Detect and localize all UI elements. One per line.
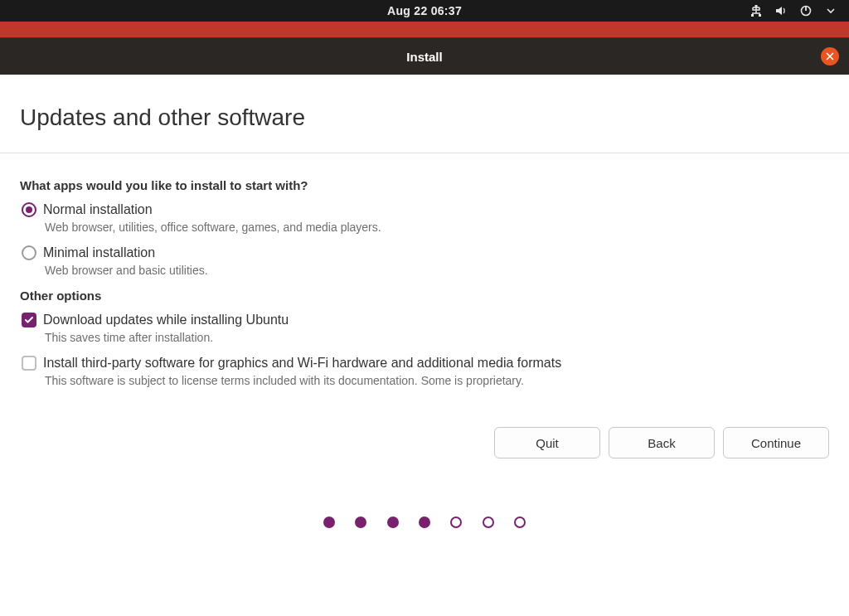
svg-rect-1: [759, 14, 761, 17]
svg-rect-0: [751, 14, 754, 17]
progress-dot: [387, 517, 399, 528]
progress-dot: [419, 517, 430, 528]
quit-button[interactable]: Quit: [494, 427, 600, 458]
close-button[interactable]: [821, 47, 839, 65]
accent-band: [0, 22, 849, 38]
volume-icon[interactable]: [774, 4, 788, 17]
chevron-down-icon[interactable]: [824, 4, 837, 17]
progress-dot: [483, 517, 494, 528]
progress-dot: [514, 517, 526, 528]
back-button[interactable]: Back: [609, 427, 715, 458]
checkbox-download-updates[interactable]: Download updates while installing Ubuntu: [22, 313, 829, 327]
option-description: Web browser and basic utilities.: [45, 264, 829, 277]
system-tray: [750, 0, 837, 22]
continue-button[interactable]: Continue: [723, 427, 829, 458]
system-topbar: Aug 22 06:37: [0, 0, 849, 22]
radio-minimal-installation[interactable]: Minimal installation: [22, 245, 829, 260]
checkbox-icon: [22, 356, 36, 371]
close-icon: [826, 52, 834, 61]
progress-dot: [450, 517, 462, 528]
progress-dot: [355, 517, 366, 528]
option-label: Normal installation: [43, 202, 153, 217]
checkbox-third-party[interactable]: Install third-party software for graphic…: [22, 356, 829, 371]
radio-icon: [22, 202, 36, 217]
installer-content: Updates and other software What apps wou…: [0, 75, 849, 531]
network-icon[interactable]: [750, 4, 763, 17]
window-title: Install: [406, 50, 442, 64]
option-label: Install third-party software for graphic…: [43, 356, 561, 371]
option-label: Minimal installation: [43, 245, 155, 260]
divider: [0, 153, 849, 153]
svg-rect-2: [755, 5, 758, 7]
progress-dot: [323, 517, 335, 528]
checkbox-icon: [22, 313, 36, 327]
button-row: Quit Back Continue: [20, 427, 829, 458]
clock: Aug 22 06:37: [387, 4, 462, 17]
power-icon[interactable]: [799, 4, 813, 17]
progress-indicator: [20, 517, 829, 531]
other-options-header: Other options: [20, 289, 829, 303]
option-description: This saves time after installation.: [45, 331, 829, 344]
page-title: Updates and other software: [20, 104, 829, 131]
radio-normal-installation[interactable]: Normal installation: [22, 202, 829, 217]
option-description: Web browser, utilities, office software,…: [45, 221, 829, 234]
window-titlebar: Install: [0, 38, 849, 75]
radio-icon: [22, 245, 36, 260]
option-label: Download updates while installing Ubuntu: [43, 313, 289, 327]
apps-question: What apps would you like to install to s…: [20, 178, 829, 192]
option-description: This software is subject to license term…: [45, 374, 829, 387]
